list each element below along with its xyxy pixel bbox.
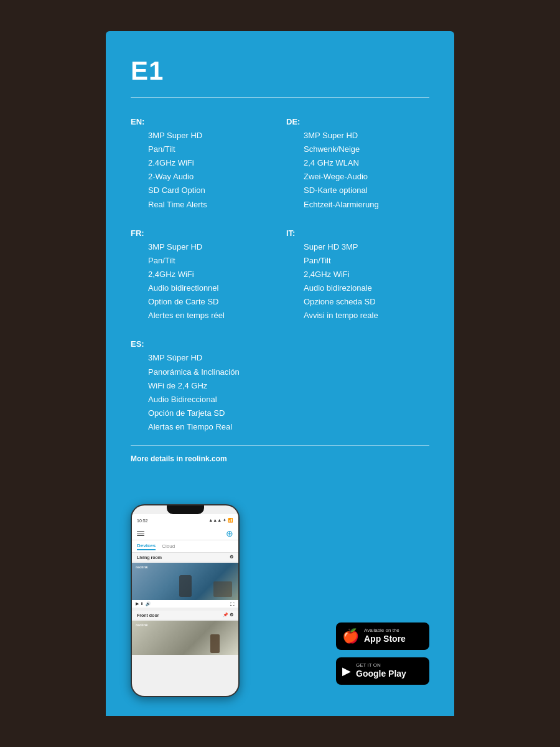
fr-feature-4: Audio bidirectionnel [131,281,274,295]
tab-cloud[interactable]: Cloud [162,543,175,549]
es-feature-4: Audio Bidireccional [131,393,274,406]
it-feature-3: 2,4GHz WiFi [286,268,429,281]
it-feature-1: Super HD 3MP [286,240,429,254]
de-feature-5: SD-Karte optional [286,184,429,197]
camera-thumb-2: reolink [132,621,238,655]
lang-es: ES: [131,339,144,349]
phone-signal: ▲▲▲ ✦ 📶 [208,518,233,523]
bottom-section: 10:52 ▲▲▲ ✦ 📶 ⊕ Devices Cloud Living roo… [131,481,429,697]
spec-block-en: EN: 3MP Super HD Pan/Tilt 2.4GHz WiFi 2-… [131,115,274,212]
de-feature-2: Schwenk/Neige [286,143,429,156]
lang-it: IT: [286,228,295,238]
es-feature-2: Panorámica & Inclinación [131,365,274,379]
camera-card-2: reolink [132,621,238,655]
spec-block-fr: FR: 3MP Super HD Pan/Tilt 2,4GHz WiFi Au… [131,227,274,323]
hamburger-icon [137,531,144,536]
reolink-watermark: reolink [136,565,148,569]
camera-card-1: reolink ▶ ⏸ 🔊 ⛶ [132,563,238,608]
es-feature-3: WiFi de 2,4 GHz [131,379,274,393]
specs-grid: EN: 3MP Super HD Pan/Tilt 2.4GHz WiFi 2-… [131,115,429,434]
top-divider [131,97,429,98]
google-play-text: GET IT ON Google Play [356,663,406,679]
en-feature-2: Pan/Tilt [131,143,274,156]
person-figure [179,575,192,597]
camera-controls-1: ▶ ⏸ 🔊 ⛶ [132,600,238,608]
es-feature-6: Alertas en Tiempo Real [131,420,274,434]
fr-feature-3: 2,4GHz WiFi [131,268,274,281]
spec-block-it: IT: Super HD 3MP Pan/Tilt 2,4GHz WiFi Au… [286,227,429,323]
it-feature-5: Opzione scheda SD [286,295,429,309]
de-feature-6: Echtzeit-Alarmierung [286,198,429,212]
google-play-button[interactable]: ▶ GET IT ON Google Play [336,657,429,685]
en-feature-3: 2.4GHz WiFi [131,156,274,170]
en-feature-4: 2-Way Audio [131,170,274,184]
product-title: E1 [131,56,429,86]
fr-feature-2: Pan/Tilt [131,254,274,268]
section-front-door: Front door 📌 ⚙ [132,611,238,619]
phone-notch [167,505,204,514]
phone-mockup: 10:52 ▲▲▲ ✦ 📶 ⊕ Devices Cloud Living roo… [131,504,240,697]
de-feature-1: 3MP Super HD [286,129,429,143]
phone-screen: 10:52 ▲▲▲ ✦ 📶 ⊕ Devices Cloud Living roo… [132,505,238,696]
lang-en: EN: [131,117,144,126]
section-living-room: Living room ⚙ [132,553,238,561]
camera-thumb-1: reolink [132,563,238,600]
person-figure-2 [210,634,220,653]
website-link: reolink.com [185,454,226,463]
app-store-button[interactable]: 🍎 Available on the App Store [336,622,429,650]
more-details: More details in reolink.com [131,454,429,463]
furniture-item [213,581,232,597]
settings-icon: ⚙ [230,555,233,560]
it-feature-2: Pan/Tilt [286,254,429,268]
es-feature-1: 3MP Súper HD [131,351,274,365]
apple-icon: 🍎 [342,628,359,644]
spec-block-es: ES: 3MP Súper HD Panorámica & Inclinació… [131,337,274,434]
fr-feature-6: Alertes en temps réel [131,309,274,322]
en-feature-1: 3MP Super HD [131,129,274,143]
es-feature-5: Opción de Tarjeta SD [131,406,274,420]
fr-feature-5: Option de Carte SD [131,295,274,309]
de-feature-3: 2,4 GHz WLAN [286,156,429,170]
en-feature-5: SD Card Option [131,184,274,197]
bottom-divider [131,445,429,446]
it-feature-4: Audio bidirezionale [286,281,429,295]
en-feature-6: Real Time Alerts [131,198,274,212]
phone-nav: ⊕ [132,527,238,540]
phone-time: 10:52 [137,519,148,523]
store-buttons: 🍎 Available on the App Store ▶ GET IT ON… [336,622,429,685]
app-store-text: Available on the App Store [364,628,406,644]
lang-de: DE: [286,117,300,126]
it-feature-6: Avvisi in tempo reale [286,309,429,322]
lang-fr: FR: [131,228,144,238]
phone-status-bar: 10:52 ▲▲▲ ✦ 📶 [132,514,238,527]
phone-tabs: Devices Cloud [132,540,238,553]
fr-feature-1: 3MP Super HD [131,240,274,254]
add-icon: ⊕ [226,529,233,538]
spec-block-de: DE: 3MP Super HD Schwenk/Neige 2,4 GHz W… [286,115,429,212]
de-feature-4: Zwei-Wege-Audio [286,170,429,184]
product-box-back: E1 EN: 3MP Super HD Pan/Tilt 2.4GHz WiFi… [106,31,454,716]
google-play-icon: ▶ [342,664,351,678]
reolink-watermark-2: reolink [136,623,148,627]
tab-devices[interactable]: Devices [137,543,156,550]
settings-icon-2: 📌 ⚙ [223,613,233,618]
